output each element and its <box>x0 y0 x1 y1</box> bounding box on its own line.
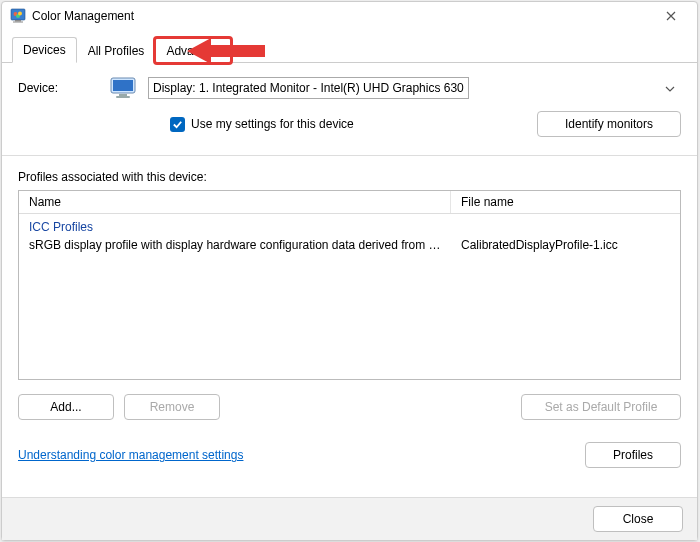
svg-rect-4 <box>15 20 21 22</box>
tab-strip: Devices All Profiles Advanced <box>2 30 697 63</box>
device-select-wrap: Display: 1. Integrated Monitor - Intel(R… <box>148 77 681 99</box>
understanding-link[interactable]: Understanding color management settings <box>18 448 243 462</box>
svg-rect-10 <box>116 96 130 98</box>
profiles-section-label: Profiles associated with this device: <box>18 170 681 184</box>
remove-button: Remove <box>124 394 220 420</box>
svg-rect-5 <box>13 21 23 22</box>
use-my-settings-checkbox[interactable]: Use my settings for this device <box>170 117 354 132</box>
column-name-header[interactable]: Name <box>19 191 451 213</box>
dialog-footer: Close <box>2 497 697 540</box>
profiles-listview[interactable]: Name File name ICC Profiles sRGB display… <box>18 190 681 380</box>
identify-monitors-button[interactable]: Identify monitors <box>537 111 681 137</box>
window-close-button[interactable] <box>653 6 689 26</box>
profiles-button[interactable]: Profiles <box>585 442 681 468</box>
divider <box>2 155 697 156</box>
device-label: Device: <box>18 81 98 95</box>
svg-point-3 <box>18 11 22 15</box>
color-management-window: Color Management Devices All Profiles Ad… <box>1 1 698 541</box>
monitor-icon <box>110 77 136 99</box>
add-button[interactable]: Add... <box>18 394 114 420</box>
device-row: Device: Display: 1. Integrated Monitor -… <box>18 77 681 99</box>
tab-all-profiles[interactable]: All Profiles <box>77 38 156 63</box>
profiles-body: ICC Profiles sRGB display profile with d… <box>19 214 680 379</box>
profile-name-cell: sRGB display profile with display hardwa… <box>19 238 451 252</box>
profiles-header: Name File name <box>19 191 680 214</box>
svg-rect-9 <box>119 94 127 96</box>
tab-devices[interactable]: Devices <box>12 37 77 63</box>
svg-rect-8 <box>113 80 133 91</box>
app-color-wheel-icon <box>10 8 26 24</box>
titlebar: Color Management <box>2 2 697 30</box>
profile-file-cell: CalibratedDisplayProfile-1.icc <box>451 238 680 252</box>
close-button[interactable]: Close <box>593 506 683 532</box>
device-select[interactable]: Display: 1. Integrated Monitor - Intel(R… <box>148 77 469 99</box>
footer-links-row: Understanding color management settings … <box>18 442 681 468</box>
tab-content-devices: Device: Display: 1. Integrated Monitor -… <box>2 63 697 497</box>
use-settings-row: Use my settings for this device Identify… <box>170 111 681 137</box>
set-default-profile-button: Set as Default Profile <box>521 394 681 420</box>
checkmark-icon <box>170 117 185 132</box>
tab-advanced[interactable]: Advanced <box>155 38 230 63</box>
chevron-down-icon <box>665 81 675 95</box>
use-my-settings-label: Use my settings for this device <box>191 117 354 131</box>
profile-buttons-row: Add... Remove Set as Default Profile <box>18 394 681 420</box>
column-file-header[interactable]: File name <box>451 191 680 213</box>
profile-group-label: ICC Profiles <box>19 214 680 236</box>
window-title: Color Management <box>32 9 134 23</box>
profile-row[interactable]: sRGB display profile with display hardwa… <box>19 236 680 254</box>
